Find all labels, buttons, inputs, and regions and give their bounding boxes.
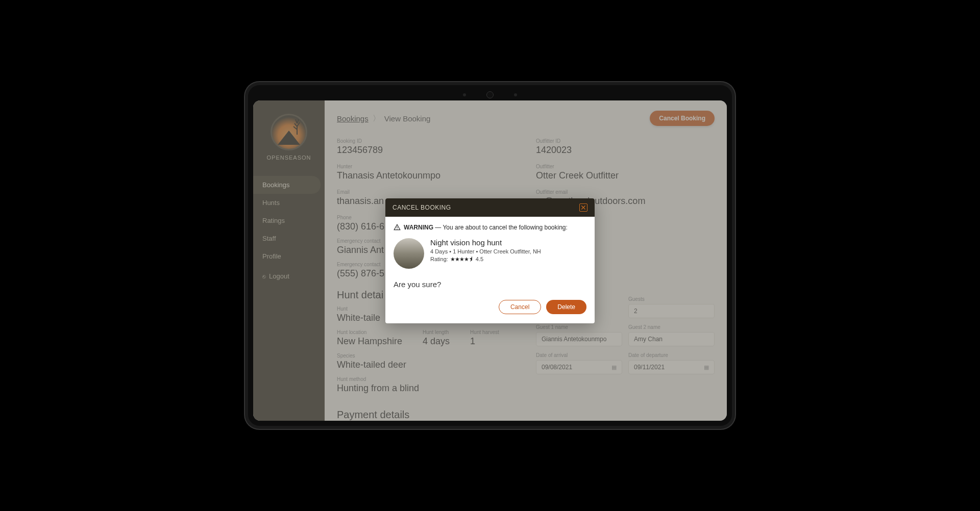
- warning-message: WARNING — You are about to cancel the fo…: [394, 224, 586, 231]
- cancel-button[interactable]: Cancel: [499, 300, 541, 314]
- modal-overlay[interactable]: CANCEL BOOKING ✕ WARNING — You are about…: [253, 100, 727, 421]
- delete-button[interactable]: Delete: [546, 300, 586, 314]
- tablet-notch: [463, 91, 517, 98]
- hunt-info: Night vision hog hunt 4 Days • 1 Hunter …: [430, 238, 586, 269]
- hunt-rating: Rating: ★★★★⯨ 4.5: [430, 256, 586, 263]
- cancel-booking-modal: CANCEL BOOKING ✕ WARNING — You are about…: [385, 198, 595, 323]
- tablet-bezel: OPENSEASON Bookings Hunts Ratings Staff …: [248, 85, 732, 426]
- rating-label: Rating:: [430, 256, 448, 262]
- sensor-dot: [514, 93, 517, 96]
- app-screen: OPENSEASON Bookings Hunts Ratings Staff …: [253, 100, 727, 421]
- hunt-title: Night vision hog hunt: [430, 238, 586, 247]
- rating-value: 4.5: [476, 256, 483, 262]
- tablet-frame: OPENSEASON Bookings Hunts Ratings Staff …: [245, 82, 735, 429]
- hunt-card: Night vision hog hunt 4 Days • 1 Hunter …: [394, 238, 586, 269]
- hunt-meta: 4 Days • 1 Hunter • Otter Creek Outfitte…: [430, 248, 586, 254]
- sensor-dot: [463, 93, 466, 96]
- close-icon[interactable]: ✕: [579, 203, 587, 212]
- camera-icon: [486, 91, 494, 98]
- star-icon: ★★★★⯨: [450, 256, 474, 263]
- confirm-text: Are you sure?: [394, 280, 586, 289]
- svg-point-1: [397, 228, 397, 229]
- hunt-thumbnail: [394, 238, 424, 269]
- warning-text: — You are about to cancel the following …: [433, 224, 568, 231]
- modal-title: CANCEL BOOKING: [393, 204, 451, 211]
- modal-actions: Cancel Delete: [394, 300, 586, 314]
- modal-body: WARNING — You are about to cancel the fo…: [385, 217, 595, 323]
- modal-header: CANCEL BOOKING ✕: [385, 198, 595, 217]
- warning-prefix: WARNING: [404, 224, 433, 231]
- warning-icon: [394, 224, 401, 231]
